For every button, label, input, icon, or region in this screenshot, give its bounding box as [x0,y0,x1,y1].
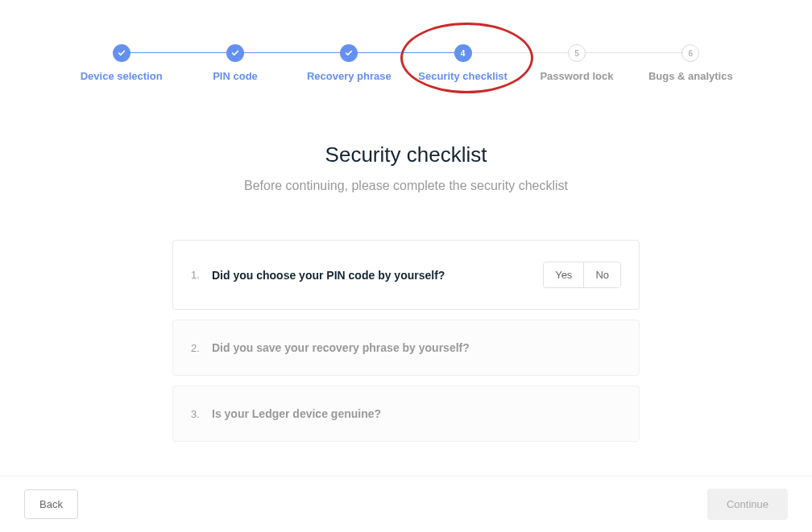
continue-button[interactable]: Continue [707,489,788,520]
check-icon [226,44,244,62]
no-button[interactable]: No [583,262,620,287]
page-subtitle: Before continuing, please complete the s… [0,179,812,193]
step-recovery-phrase[interactable]: Recovery phrase [292,44,406,82]
back-button[interactable]: Back [24,489,78,519]
checklist-item-3: 3. Is your Ledger device genuine? [172,386,640,442]
step-number-icon: 6 [682,44,699,62]
checklist-item-2: 2. Did you save your recovery phrase by … [172,320,640,376]
step-label: Recovery phrase [307,70,392,82]
stepper: Device selection PIN code Recovery phras… [0,0,812,82]
step-label: Security checklist [418,70,508,82]
page-title: Security checklist [0,142,812,167]
footer: Back Continue [0,476,812,532]
checklist-item-1: 1. Did you choose your PIN code by yours… [172,240,640,310]
step-device-selection[interactable]: Device selection [64,44,178,82]
step-number-icon: 5 [568,44,586,62]
step-bugs-analytics[interactable]: 6 Bugs & analytics [634,44,748,82]
main-content: Security checklist Before continuing, pl… [0,82,812,442]
step-label: PIN code [213,70,258,82]
checklist-item-question: Did you save your recovery phrase by you… [212,341,621,354]
step-label: Password lock [540,70,613,82]
step-password-lock[interactable]: 5 Password lock [520,44,633,82]
checklist-item-number: 3. [191,408,202,420]
checklist-item-question: Is your Ledger device genuine? [212,407,621,420]
check-icon [340,44,358,62]
yes-button[interactable]: Yes [544,262,583,287]
step-number-icon: 4 [454,44,472,62]
yes-no-group: Yes No [543,262,621,288]
step-pin-code[interactable]: PIN code [178,44,292,82]
checklist-item-number: 2. [191,342,202,354]
step-security-checklist[interactable]: 4 Security checklist [406,44,520,82]
checklist-item-number: 1. [191,269,202,281]
check-icon [113,44,130,62]
security-checklist: 1. Did you choose your PIN code by yours… [172,240,640,442]
step-label: Device selection [81,70,163,82]
checklist-item-question: Did you choose your PIN code by yourself… [212,269,543,282]
step-label: Bugs & analytics [648,70,733,82]
